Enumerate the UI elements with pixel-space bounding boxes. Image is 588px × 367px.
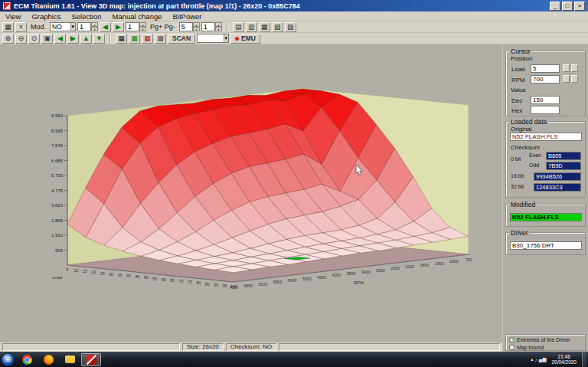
select-all-icon[interactable]: ▦ [259,22,270,32]
load-tick-label: 95 [223,283,227,288]
hex-field[interactable] [531,106,560,114]
col-step-field[interactable]: 1 [126,22,139,31]
select-row-icon[interactable]: ▤ [233,22,244,32]
z-tick-label: 3,820 [51,203,64,208]
right-panel: Cursor Position Load 5 RPM 700 Value Dec… [502,44,588,352]
map-original-icon[interactable]: ▦ [116,34,127,44]
taskbar-firefox-button[interactable] [38,353,58,366]
taskbar-clock[interactable]: 21:46 20/04/2020 [551,354,577,365]
pg-minus-field[interactable]: 1 [201,22,215,31]
scan-button[interactable]: SCAN [168,34,195,44]
taskbar-ecm-button[interactable] [81,353,101,366]
even-label: Even [529,152,541,158]
emu-button[interactable]: EMU [230,34,260,44]
pg-plus-field[interactable]: 5 [179,22,193,31]
z-tick-label: 2,865 [51,218,64,223]
modified-file-field[interactable]: N52 FLASH.FLS [510,213,582,221]
view-option-map-bound[interactable]: Map bound [506,344,585,350]
volume-icon[interactable]: ♪ [535,357,537,362]
rotate-left-icon[interactable]: ◀ [54,34,66,44]
view-option-extremes-of-the-driver[interactable]: Extremes of the Driver [506,336,585,342]
minimize-button[interactable]: _ [550,2,560,11]
zoom-fit-icon[interactable]: ▣ [41,34,53,44]
radio-icon[interactable] [509,337,514,342]
zoom-out-icon[interactable]: ⊖ [15,34,27,44]
rotate-right-icon[interactable]: ▶ [67,34,79,44]
toolbar-row-1: ▦× Mod. NO ▾ 1 ▴▾ ◀▶ 1 ▴▾ Pg+ Pg- 5 ▴▾ 1… [0,21,588,33]
pg-minus-spinner[interactable]: ▴▾ [215,22,222,31]
checksum-label: Checksum [511,144,540,151]
row-step-spinfield: 1 ▴▾ [77,22,98,31]
menu-bar: ViewGraphicsSelectionManual changeBitPow… [0,11,588,21]
zoom-window-icon[interactable]: ⊙ [28,34,40,44]
taskbar-chrome-button[interactable] [17,353,37,366]
map-modified-icon[interactable]: ▦ [129,34,140,44]
bit32-checksum-field: 124833C3 [534,183,581,192]
interpolate-icon[interactable]: ▧ [272,22,283,32]
select-column-icon[interactable]: ▥ [246,22,257,32]
show-desktop-button[interactable] [582,352,586,367]
bit32-label: 32 bit [511,184,524,189]
zoom-in-icon[interactable]: ⊕ [2,34,14,44]
load-tick-label: 25 [100,271,105,276]
view-option-label: Map bound [517,345,544,350]
load-tick-label: 60 [162,277,166,282]
menu-item-graphics[interactable]: Graphics [26,12,66,21]
menu-item-selection[interactable]: Selection [66,12,106,21]
bit0-label: 0 bit [511,156,521,162]
maximize-button[interactable]: □ [562,2,573,11]
rpm-tick-label: 2600 [390,266,400,270]
rpm-inc-button[interactable] [571,75,578,83]
load-dec-button[interactable] [563,64,570,72]
row-step-spinner[interactable]: ▴▾ [91,22,98,31]
load-tick-label: 15 [83,269,87,274]
rotate-down-icon[interactable]: ▼ [93,34,105,44]
load-field[interactable]: 5 [531,64,560,73]
network-icon[interactable]: ▄▆ [539,356,547,362]
cursor-panel: Cursor Position Load 5 RPM 700 Value Dec… [505,51,586,116]
next-map-icon[interactable]: ▶ [113,22,124,32]
map-diff-icon[interactable]: ▦ [142,34,153,44]
row-step-field[interactable]: 1 [77,22,91,31]
loaded-data-panel: Loaded data Original N52 FLASH.FLS Check… [505,121,586,198]
map-3d-plot-area[interactable]: 9551,9102,8653,8204,7755,7306,6857,6408,… [0,44,502,342]
grid-view-icon[interactable]: ▦ [2,22,14,32]
mod-combo[interactable]: NO ▾ [50,22,76,31]
load-tick-label: 20 [91,270,96,274]
load-label: Load [511,66,525,73]
col-step-spinner[interactable]: ▴▾ [139,22,146,31]
window-title: ECM Titanium 1.61 - View 3D map: injecti… [14,2,300,10]
taskbar-explorer-button[interactable] [60,353,80,366]
dec-field[interactable]: 150 [531,96,560,104]
load-tick-label: 50 [144,275,149,280]
menu-item-bitpower[interactable]: BitPower [168,12,207,21]
modified-panel-title: Modified [509,201,537,208]
original-file-field[interactable]: N52 FLASH.FLS [510,133,582,141]
hex-label: Hex [511,107,522,114]
load-tick-label: 40 [126,274,131,278]
load-tick-label: 75 [188,280,192,284]
close-map-icon[interactable]: × [15,22,27,32]
rpm-dec-button[interactable] [563,75,570,83]
taskbar: ⊞ ▴♪▄▆ 21:46 20/04/2020 [0,352,588,367]
hidden-icons-icon[interactable]: ▴ [531,356,533,362]
menu-item-manual-change[interactable]: Manual change [107,12,168,21]
pg-plus-spinfield: 5 ▴▾ [179,22,200,31]
radio-icon[interactable] [509,345,514,350]
rotate-up-icon[interactable]: ▲ [80,34,92,44]
scan-combo[interactable]: ▾ [197,34,229,43]
toolbar-separator [109,34,111,43]
start-button[interactable]: ⊞ [2,353,15,366]
load-inc-button[interactable] [571,64,578,72]
rpm-field[interactable]: 700 [531,75,560,84]
smooth-icon[interactable]: ▨ [285,22,296,32]
even-checksum-field: B805 [546,152,581,160]
driver-file-field[interactable]: B30_1756.DRT [510,241,582,250]
menu-item-view[interactable]: View [0,12,26,21]
map-overlay-icon[interactable]: ▩ [155,34,166,44]
pg-plus-spinner[interactable]: ▴▾ [193,22,200,31]
status-cell-empty [2,343,180,351]
close-button[interactable]: × [574,2,585,11]
prev-map-icon[interactable]: ◀ [100,22,111,32]
map-3d-surface[interactable]: 9551,9102,8653,8204,7755,7306,6857,6408,… [0,44,502,342]
